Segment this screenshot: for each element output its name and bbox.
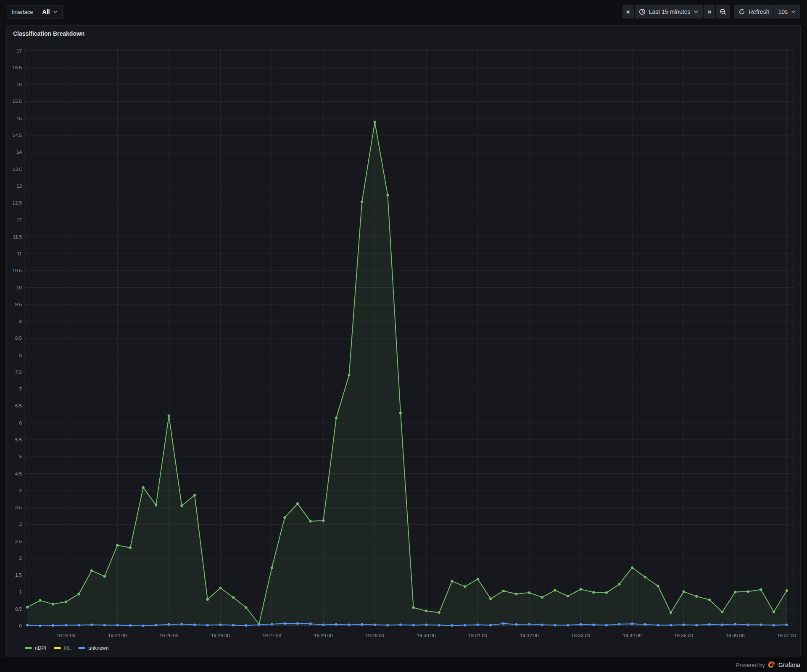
toolbar: Interface All « Last 15 minutes [0, 0, 807, 24]
svg-text:12.5: 12.5 [13, 200, 22, 205]
time-shift-back-button[interactable]: « [622, 5, 634, 18]
svg-text:17: 17 [16, 48, 22, 53]
clock-icon [639, 8, 646, 15]
legend-swatch [25, 647, 32, 649]
svg-text:4: 4 [19, 488, 22, 493]
svg-text:1: 1 [19, 589, 22, 594]
refresh-button[interactable]: Refresh [734, 5, 773, 18]
legend-item-ml[interactable]: ML [54, 645, 71, 651]
svg-text:19:34:00: 19:34:00 [623, 633, 642, 638]
svg-text:14.5: 14.5 [13, 133, 22, 138]
chevron-down-icon [53, 9, 58, 14]
time-shift-forward-button[interactable]: » [704, 5, 715, 18]
svg-text:4.5: 4.5 [15, 471, 22, 476]
svg-text:9: 9 [19, 319, 22, 324]
refresh-interval-dropdown[interactable]: 10s [774, 5, 800, 18]
time-range-label: Last 15 minutes [649, 8, 691, 15]
svg-text:6.5: 6.5 [15, 403, 22, 408]
refresh-label: Refresh [749, 8, 769, 15]
svg-text:8: 8 [19, 353, 22, 358]
magnifier-minus-icon [720, 8, 726, 15]
svg-text:7.5: 7.5 [15, 370, 22, 375]
time-zoom-out-button[interactable] [716, 5, 730, 18]
svg-text:3.5: 3.5 [15, 505, 22, 510]
chart-canvas[interactable]: 00.511.522.533.544.555.566.577.588.599.5… [7, 26, 801, 657]
legend-label: ML [64, 645, 71, 651]
svg-text:19:36:00: 19:36:00 [726, 633, 745, 638]
svg-text:15.5: 15.5 [13, 99, 22, 104]
svg-text:11.5: 11.5 [13, 234, 22, 239]
legend-swatch [54, 647, 61, 649]
x-axis-labels: 19:23:0019:24:0019:25:0019:26:0019:27:00… [56, 633, 796, 638]
svg-text:3: 3 [19, 522, 22, 527]
grafana-brand-text: Grafana [778, 662, 800, 668]
chart-legend: nDPIMLunknown [25, 645, 108, 651]
refresh-arrows-icon [738, 8, 745, 15]
interface-variable-value: All [42, 8, 50, 15]
svg-text:0.5: 0.5 [15, 606, 22, 612]
svg-text:2: 2 [19, 556, 22, 561]
time-controls: « Last 15 minutes » [622, 5, 800, 18]
svg-text:19:25:00: 19:25:00 [159, 633, 178, 638]
svg-text:12: 12 [16, 217, 22, 222]
svg-text:16.5: 16.5 [13, 65, 22, 70]
svg-text:19:30:00: 19:30:00 [417, 633, 436, 638]
legend-item-ndpi[interactable]: nDPI [25, 645, 46, 651]
svg-text:19:28:00: 19:28:00 [314, 633, 333, 638]
refresh-interval-value: 10s [778, 8, 788, 15]
chevrons-right-icon: » [707, 8, 711, 15]
chevrons-left-icon: « [626, 8, 630, 15]
svg-text:19:27:00: 19:27:00 [262, 633, 281, 638]
grafana-dashboard: Interface All « Last 15 minutes [0, 0, 807, 672]
time-range-picker-button[interactable]: Last 15 minutes [635, 5, 703, 18]
legend-swatch [78, 647, 85, 649]
svg-text:19:29:00: 19:29:00 [365, 633, 384, 638]
svg-text:6: 6 [19, 420, 22, 425]
svg-text:19:32:00: 19:32:00 [520, 633, 539, 638]
interface-variable-control: Interface All [7, 5, 63, 18]
svg-text:11: 11 [17, 251, 22, 256]
svg-text:1.5: 1.5 [15, 572, 22, 578]
svg-text:10: 10 [16, 285, 22, 290]
svg-text:19:24:00: 19:24:00 [108, 633, 127, 638]
grafana-flame-logo [768, 661, 775, 669]
svg-text:14: 14 [16, 150, 22, 155]
svg-text:7: 7 [19, 386, 22, 391]
svg-text:19:37:00: 19:37:00 [777, 633, 796, 638]
legend-label: nDPI [35, 645, 46, 651]
footer: Powered by Grafana [0, 658, 807, 672]
svg-text:15: 15 [16, 116, 22, 121]
svg-text:19:33:00: 19:33:00 [571, 633, 590, 638]
chart-svg: 00.511.522.533.544.555.566.577.588.599.5… [7, 26, 801, 657]
classification-breakdown-panel: Classification Breakdown 00.511.522.533.… [6, 25, 801, 656]
chevron-down-icon [791, 9, 796, 14]
svg-text:13.5: 13.5 [13, 167, 22, 172]
svg-text:10.5: 10.5 [13, 268, 22, 273]
svg-text:0: 0 [19, 623, 22, 628]
refresh-group: Refresh 10s [734, 5, 800, 18]
series-nDPI [26, 121, 788, 626]
svg-text:9.5: 9.5 [15, 302, 22, 307]
svg-text:8.5: 8.5 [15, 336, 22, 341]
svg-text:5: 5 [19, 454, 22, 459]
time-range-group: « Last 15 minutes » [622, 5, 731, 18]
interface-variable-dropdown[interactable]: All [38, 5, 63, 18]
legend-label: unknown [88, 645, 108, 651]
svg-text:19:26:00: 19:26:00 [211, 633, 230, 638]
svg-text:2.5: 2.5 [15, 539, 22, 544]
legend-item-unknown[interactable]: unknown [78, 645, 108, 651]
chevron-down-icon [694, 9, 699, 14]
svg-text:19:31:00: 19:31:00 [468, 633, 487, 638]
svg-text:13: 13 [16, 184, 22, 189]
interface-variable-label: Interface [7, 5, 38, 18]
powered-by-text: Powered by [736, 662, 765, 668]
svg-text:19:35:00: 19:35:00 [674, 633, 693, 638]
svg-text:16: 16 [16, 82, 22, 87]
y-axis-labels: 00.511.522.533.544.555.566.577.588.599.5… [13, 48, 22, 628]
svg-text:19:23:00: 19:23:00 [56, 633, 75, 638]
svg-text:5.5: 5.5 [15, 437, 22, 442]
